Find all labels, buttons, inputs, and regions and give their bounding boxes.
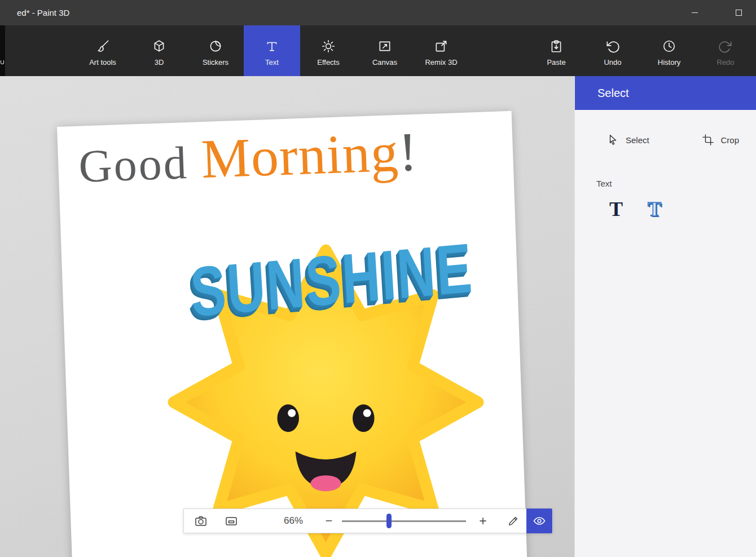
undo-icon: [605, 38, 620, 55]
fit-screen-icon: [225, 514, 238, 528]
text-section-label: Text: [596, 179, 756, 188]
history-button[interactable]: History: [641, 25, 697, 76]
window-title: ed* - Paint 3D: [17, 0, 69, 25]
action-label: Undo: [604, 58, 621, 67]
zoom-out-button[interactable]: −: [323, 512, 335, 530]
minimize-icon: [692, 12, 698, 13]
toolbar-tabs: Art tools 3D Stickers Text: [74, 25, 469, 76]
zoom-level-value: 66%: [280, 515, 307, 527]
maximize-button[interactable]: [726, 0, 751, 25]
text-icon: [265, 38, 279, 55]
redo-icon: [718, 38, 733, 55]
zoom-in-button[interactable]: +: [476, 512, 490, 530]
brush-icon: [95, 38, 110, 55]
greeting-exclaim: !: [398, 121, 418, 183]
tab-text[interactable]: Text: [244, 25, 300, 76]
zoom-slider-track: [342, 520, 466, 522]
greeting-word-good: Good: [78, 136, 203, 192]
canvas-workspace[interactable]: Good Morning!: [0, 76, 574, 557]
pencil-icon: [507, 515, 520, 527]
cube-icon: [152, 38, 166, 55]
crop-tool-button[interactable]: Crop: [702, 134, 739, 146]
tab-stickers[interactable]: Stickers: [187, 25, 244, 76]
annotate-button[interactable]: [504, 512, 522, 530]
minimize-button[interactable]: [682, 0, 707, 25]
main-toolbar: Art tools 3D Stickers Text: [0, 25, 756, 76]
menu-glyph-partial: [1, 60, 4, 64]
zoom-slider[interactable]: [342, 515, 466, 527]
tab-label: Effects: [317, 58, 340, 67]
screenshot-camera-button[interactable]: [192, 512, 210, 530]
crop-tool-label: Crop: [720, 135, 739, 145]
redo-button: Redo: [697, 25, 754, 76]
greeting-text[interactable]: Good Morning!: [77, 120, 418, 195]
panel-header: Select: [575, 76, 756, 110]
content-region: Good Morning!: [0, 76, 756, 557]
text-style-buttons: T T: [603, 196, 756, 222]
menu-flyout-edge[interactable]: [0, 25, 5, 76]
select-tool-button[interactable]: Select: [607, 134, 649, 146]
tab-label: Text: [265, 58, 279, 67]
history-icon: [662, 38, 676, 55]
zoom-slider-handle[interactable]: [386, 514, 392, 528]
plain-text-style-button[interactable]: T: [603, 196, 629, 222]
view-toolbar: 66% − +: [183, 509, 553, 533]
3d-text-style-button[interactable]: T: [641, 196, 667, 222]
undo-button[interactable]: Undo: [584, 25, 641, 76]
tab-label: Canvas: [372, 58, 397, 67]
greeting-word-morning: Morning: [200, 122, 400, 189]
title-bar: ed* - Paint 3D: [0, 0, 756, 25]
tab-remix-3d[interactable]: Remix 3D: [413, 25, 469, 76]
selection-tools: Select Crop: [575, 134, 756, 146]
select-panel: Select Select Crop Text T T: [574, 76, 756, 557]
sticker-icon: [208, 38, 223, 55]
effects-icon: [321, 38, 336, 55]
view-mode-button[interactable]: [526, 509, 552, 533]
tab-label: Art tools: [89, 58, 116, 67]
tab-3d[interactable]: 3D: [131, 25, 187, 76]
action-label: Paste: [547, 58, 565, 67]
paste-icon: [549, 38, 564, 55]
toolbar-actions: Paste Undo History Redo: [528, 25, 754, 76]
camera-icon: [194, 514, 208, 528]
maximize-icon: [736, 10, 742, 16]
select-tool-label: Select: [626, 135, 649, 145]
remix-3d-icon: [434, 38, 449, 55]
tab-art-tools[interactable]: Art tools: [74, 25, 131, 76]
eye-icon: [533, 514, 546, 528]
cursor-icon: [607, 134, 619, 146]
crop-icon: [702, 134, 714, 146]
tab-label: 3D: [155, 58, 164, 67]
action-label: History: [658, 58, 680, 67]
tab-label: Remix 3D: [425, 58, 457, 67]
action-label: Redo: [717, 58, 734, 67]
tab-label: Stickers: [203, 58, 228, 67]
paint3d-window: ed* - Paint 3D Art tools 3D: [0, 0, 756, 557]
fit-to-window-button[interactable]: [222, 512, 240, 530]
paste-button[interactable]: Paste: [528, 25, 584, 76]
canvas-icon: [377, 38, 392, 55]
tab-effects[interactable]: Effects: [300, 25, 357, 76]
tab-canvas[interactable]: Canvas: [357, 25, 413, 76]
